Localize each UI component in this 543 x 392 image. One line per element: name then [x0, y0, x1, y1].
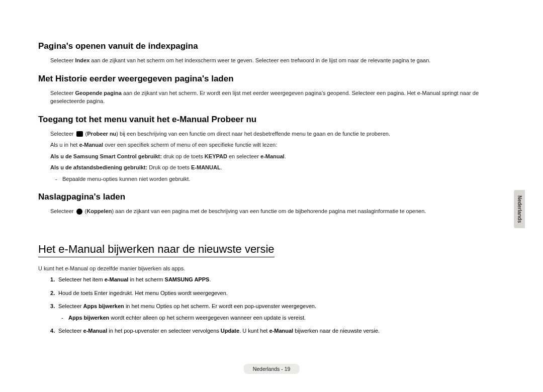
heading-history: Met Historie eerder weergegeven pagina's… [38, 74, 505, 84]
text: in het menu Opties op het scherm. Er wor… [124, 303, 316, 309]
bold-text: Probeer nu [87, 131, 116, 137]
text: Selecteer [50, 57, 75, 63]
bold-text: Index [75, 57, 90, 63]
link-icon [76, 209, 82, 215]
bold-text: KEYPAD [205, 153, 227, 159]
bold-text: Apps bijwerken [68, 315, 109, 321]
heading-update: Het e-Manual bijwerken naar de nieuwste … [38, 243, 275, 257]
step-item: Selecteer e-Manual in het pop-upvenster … [50, 327, 505, 335]
text: Selecteer [50, 131, 75, 137]
text: Selecteer [58, 303, 83, 309]
text: in het pop-upvenster en selecteer vervol… [107, 328, 221, 334]
bold-text: Apps bijwerken [83, 303, 124, 309]
paragraph: Als u in het e-Manual over een specifiek… [50, 141, 505, 149]
heading-index: Pagina's openen vanuit de indexpagina [38, 41, 505, 51]
paragraph: Selecteer Index aan de zijkant van het s… [50, 56, 505, 65]
paragraph: Selecteer (Koppelen) aan de zijkant van … [50, 207, 505, 216]
text: Selecteer [50, 208, 75, 214]
language-tab-label: Nederlands [517, 195, 522, 223]
text: in het scherm [128, 276, 164, 282]
bold-text: E-MANUAL [191, 164, 221, 170]
text: ) aan de zijkant van een pagina met de b… [112, 208, 426, 214]
text: Selecteer het item [58, 276, 105, 282]
paragraph: Selecteer Geopende pagina aan de zijkant… [50, 89, 505, 106]
text: Druk op de toets [147, 164, 191, 170]
text: Selecteer [58, 328, 83, 334]
sub-bullet: Apps bijwerken wordt echter alleen op he… [68, 314, 505, 322]
ordered-steps: Selecteer het item e-Manual in het scher… [50, 275, 505, 335]
step-item: Selecteer Apps bijwerken in het menu Opt… [50, 302, 505, 322]
heading-trynow: Toegang tot het menu vanuit het e-Manual… [38, 115, 505, 125]
text: ) bij een beschrijving van een functie o… [116, 131, 390, 137]
paragraph: Als u de Samsung Smart Control gebruikt:… [50, 152, 505, 161]
paragraph: Als u de afstandsbediening gebruikt: Dru… [50, 163, 505, 172]
bold-text: e-Manual [269, 328, 293, 334]
bold-text: Als u de afstandsbediening gebruikt: [50, 164, 147, 170]
try-now-icon [76, 131, 83, 137]
text: over een specifiek scherm of menu of een… [103, 142, 277, 148]
text: . [221, 164, 222, 170]
text: Als u in het [50, 142, 79, 148]
text: en selecteer [227, 153, 260, 159]
heading-reference: Naslagpagina's laden [38, 192, 505, 202]
text: aan de zijkant van het scherm om het ind… [89, 57, 430, 63]
bold-text: Update [221, 328, 239, 334]
bold-text: SAMSUNG APPS [165, 276, 210, 282]
step-item: Selecteer het item e-Manual in het scher… [50, 275, 505, 284]
text: . U kunt het [239, 328, 269, 334]
step-item: Houd de toets Enter ingedrukt. Het menu … [50, 289, 505, 298]
bold-text: e-Manual [79, 142, 103, 148]
text: druk op de toets [162, 153, 205, 159]
bold-text: Geopende pagina [75, 90, 122, 96]
bold-text: e-Manual [260, 153, 285, 159]
bold-text: Koppelen [86, 208, 112, 214]
page-footer: Nederlands - 19 [244, 364, 300, 374]
text: wordt echter alleen op het scherm weerge… [109, 315, 306, 321]
bullet-item: Bepaalde menu-opties kunnen niet worden … [62, 175, 505, 183]
text: . [285, 153, 286, 159]
section-title-wrap: Het e-Manual bijwerken naar de nieuwste … [38, 230, 505, 258]
bold-text: e-Manual [83, 328, 108, 334]
language-tab: Nederlands [514, 190, 525, 228]
text: bijwerken naar de nieuwste versie. [293, 328, 380, 334]
paragraph: U kunt het e-Manual op dezelfde manier b… [38, 264, 505, 273]
page-content: Pagina's openen vanuit de indexpagina Se… [0, 0, 543, 335]
bold-text: Als u de Samsung Smart Control gebruikt: [50, 153, 162, 159]
text: . [209, 276, 211, 282]
text: Selecteer [50, 90, 75, 96]
bold-text: e-Manual [105, 276, 129, 282]
paragraph: Selecteer (Probeer nu) bij een beschrijv… [50, 130, 505, 138]
